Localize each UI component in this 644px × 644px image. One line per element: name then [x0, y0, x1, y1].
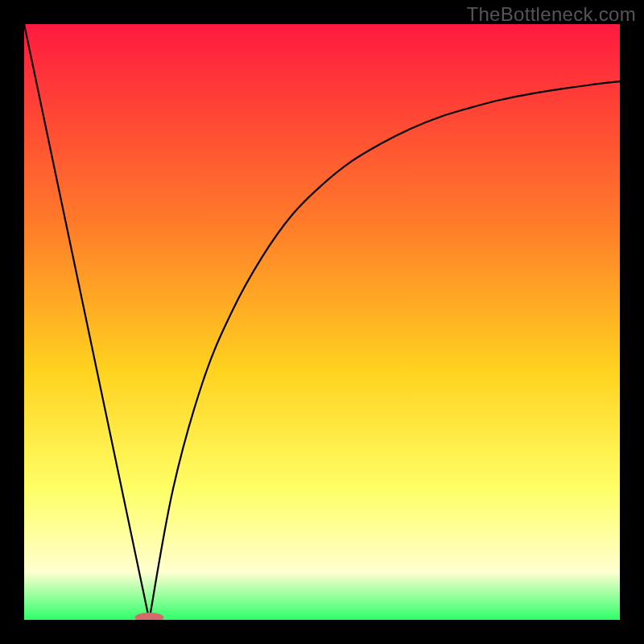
gradient-background — [24, 24, 620, 620]
chart-frame: TheBottleneck.com — [0, 0, 644, 644]
chart-svg — [24, 24, 620, 620]
plot-area — [24, 24, 620, 620]
watermark-text: TheBottleneck.com — [466, 3, 636, 26]
